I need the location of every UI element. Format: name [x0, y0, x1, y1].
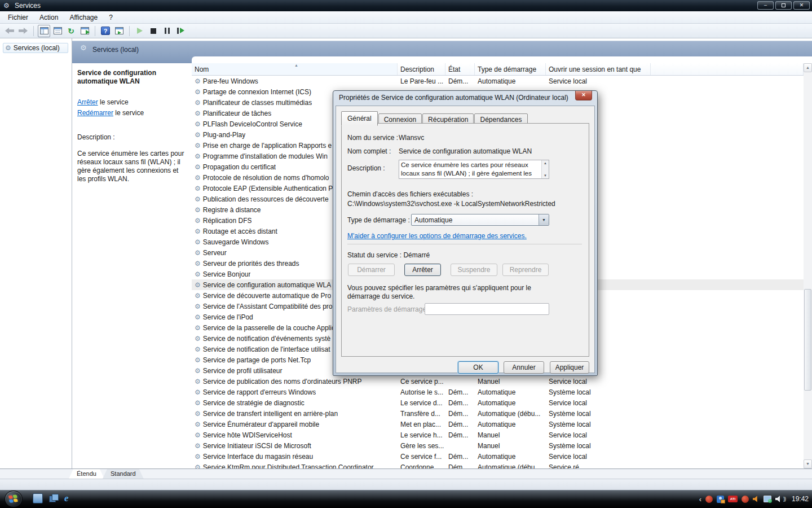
properties-icon — [54, 27, 62, 34]
ati-tray-icon[interactable]: ATI — [728, 496, 738, 502]
apply-button[interactable]: Appliquer — [550, 361, 589, 374]
menu-item-fichier[interactable]: Fichier — [2, 12, 34, 23]
window-switcher-icon[interactable] — [48, 493, 59, 503]
vertical-scrollbar[interactable]: ▲ ▼ — [804, 63, 812, 468]
back-button[interactable] — [3, 25, 16, 37]
restore-button[interactable] — [775, 1, 792, 10]
row-description-cell: Met en plac... — [398, 421, 445, 428]
toolbar-separator — [95, 26, 95, 36]
startup-options-help-link[interactable]: M'aider à configurer les options de déma… — [347, 232, 527, 240]
service-row[interactable]: ⚙Service de rapport d'erreurs WindowsAut… — [192, 387, 804, 397]
service-row[interactable]: ⚙Service Interface du magasin réseauCe s… — [192, 451, 804, 462]
close-button[interactable]: ✕ — [793, 1, 810, 10]
windows-flag-icon — [8, 494, 19, 504]
scrollbar-thumb[interactable] — [804, 289, 811, 391]
refresh-button[interactable]: ↻ — [65, 25, 77, 37]
service-row[interactable]: ⚙Service Initiateur iSCSI de MicrosoftGè… — [192, 440, 804, 451]
row-startup-type-cell: Automatique (débu... — [475, 463, 546, 469]
row-startup-type-cell: Automatique — [475, 399, 546, 407]
description-textbox[interactable]: Ce service énumère les cartes pour résea… — [399, 160, 549, 179]
startup-type-label: Type de démarrage : — [347, 216, 410, 224]
row-logon-as-cell: Service local — [546, 77, 651, 85]
action-pane-button[interactable] — [113, 25, 125, 37]
restart-service-button[interactable] — [174, 25, 187, 37]
minimize-button[interactable]: – — [757, 1, 774, 10]
service-row[interactable]: ⚙Service hôte WDIServiceHostLe service h… — [192, 430, 804, 440]
service-row[interactable]: ⚙Service de publication des noms d'ordin… — [192, 376, 804, 387]
cancel-button[interactable]: Annuler — [504, 361, 544, 374]
column-header-desc[interactable]: Description — [398, 63, 445, 75]
row-status-cell: Dém... — [445, 399, 475, 407]
audio-tray-icon[interactable] — [753, 496, 760, 502]
volume-icon[interactable] — [775, 496, 783, 503]
description-scrollbar[interactable]: ▲ ▼ — [541, 160, 549, 178]
forward-arrow-icon — [19, 28, 28, 34]
startup-type-select[interactable]: Automatique ▼ — [411, 214, 549, 226]
start-button[interactable]: Démarrer — [348, 264, 395, 276]
properties-button[interactable] — [51, 25, 64, 37]
resume-button[interactable]: Reprendre — [502, 264, 549, 276]
stop-service-button[interactable] — [147, 25, 160, 37]
tree-item-services-local[interactable]: ⚙ Services (local) — [3, 43, 68, 53]
red1-tray-icon[interactable] — [705, 496, 713, 503]
restart-service-link[interactable]: Redémarrer — [77, 109, 113, 117]
volume-waves-icon: )) — [783, 496, 785, 502]
service-name: Propagation du certificat — [203, 163, 276, 171]
service-row[interactable]: ⚙Service de stratégie de diagnosticLe se… — [192, 397, 804, 408]
exe-path-label: Chemin d'accès des fichiers exécutables … — [347, 190, 473, 198]
play-icon — [137, 28, 143, 34]
start-button[interactable] — [5, 491, 23, 507]
row-status-cell: Dém... — [445, 421, 475, 428]
red2-tray-icon[interactable] — [742, 496, 749, 503]
row-startup-type-cell: Automatique — [475, 77, 546, 85]
show-desktop-icon[interactable] — [33, 493, 43, 503]
service-name: Service de configuration automatique WLA — [203, 281, 331, 289]
start-service-button[interactable] — [134, 25, 146, 37]
service-name: Service de transfert intelligent en arri… — [203, 410, 338, 418]
scrollbar-down-button[interactable]: ▼ — [804, 459, 812, 468]
forward-button[interactable] — [17, 25, 29, 37]
internet-explorer-icon[interactable]: e — [64, 493, 74, 503]
service-name: Service de profil utilisateur — [203, 367, 283, 375]
console-tree-button[interactable] — [38, 25, 50, 37]
help-button[interactable]: ? — [99, 25, 112, 37]
description-scroll-down-icon[interactable]: ▼ — [542, 173, 549, 178]
column-header-etat[interactable]: État — [445, 63, 475, 75]
menu-item-action[interactable]: Action — [34, 12, 64, 23]
scrollbar-up-button[interactable]: ▲ — [804, 63, 812, 72]
service-row[interactable]: ⚙Service Énumérateur d'appareil mobileMe… — [192, 419, 804, 430]
row-logon-as-cell: Système local — [546, 442, 651, 450]
column-header-session[interactable]: Ouvrir une session en tant que — [546, 63, 651, 75]
menu-item-affichage[interactable]: Affichage — [64, 12, 103, 23]
tab-général[interactable]: Général — [341, 111, 378, 126]
dialog-close-button[interactable]: ✕ — [575, 91, 592, 100]
service-gear-icon: ⚙ — [195, 292, 201, 299]
view-tab-standard[interactable]: Standard — [103, 469, 144, 479]
description-scroll-up-icon[interactable]: ▲ — [542, 160, 549, 166]
service-name: Protocole EAP (Extensible Authentication… — [203, 185, 333, 192]
stop-service-link[interactable]: Arrêter — [77, 98, 98, 106]
service-row[interactable]: ⚙Service de transfert intelligent en arr… — [192, 408, 804, 419]
export-list-button[interactable] — [78, 25, 91, 37]
network-tray-icon[interactable] — [764, 496, 771, 502]
start-params-input[interactable] — [425, 303, 549, 315]
chevron-down-icon[interactable]: ▼ — [539, 214, 549, 225]
view-tab-étendu[interactable]: Étendu — [69, 469, 104, 479]
service-name: Service Énumérateur d'appareil mobile — [203, 421, 319, 428]
row-startup-type-cell: Automatique — [475, 421, 546, 428]
column-header-name[interactable]: Nom▲ — [192, 63, 398, 75]
row-logon-as-cell: Service local — [546, 378, 651, 386]
pause-service-button[interactable] — [161, 25, 173, 37]
menu-item-?[interactable]: ? — [103, 12, 118, 23]
column-header-type[interactable]: Type de démarrage — [475, 63, 546, 75]
row-name-cell: ⚙Service de rapport d'erreurs Windows — [192, 388, 398, 396]
tray-overflow-chevron-icon[interactable]: ‹ — [699, 496, 701, 503]
ok-button[interactable]: OK — [458, 361, 498, 374]
stop-button[interactable]: Arrêter — [404, 264, 441, 276]
pause-button[interactable]: Suspendre — [451, 264, 497, 276]
row-status-cell: Dém... — [445, 453, 475, 461]
user-tray-icon[interactable] — [717, 496, 724, 503]
service-row[interactable]: ⚙Service KtmRm pour Distributed Transact… — [192, 462, 804, 468]
service-row[interactable]: ⚙Pare-feu WindowsLe Pare-feu ...Dém...Au… — [192, 76, 804, 86]
display-name-label: Nom complet : — [347, 147, 391, 155]
